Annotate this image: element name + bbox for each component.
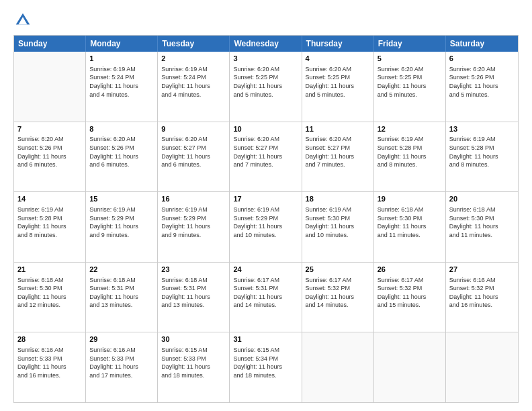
calendar-cell: 30Sunrise: 6:15 AMSunset: 5:33 PMDayligh… <box>158 332 230 402</box>
day-number: 13 <box>449 124 515 134</box>
day-number: 3 <box>233 54 298 64</box>
cell-info: Sunrise: 6:15 AMSunset: 5:34 PMDaylight:… <box>233 346 298 379</box>
cell-info: Sunrise: 6:16 AMSunset: 5:33 PMDaylight:… <box>17 346 82 379</box>
header-day-monday: Monday <box>86 36 158 52</box>
header-day-friday: Friday <box>374 36 446 52</box>
calendar-cell: 23Sunrise: 6:18 AMSunset: 5:31 PMDayligh… <box>158 263 230 332</box>
header <box>13 11 519 30</box>
calendar-cell: 1Sunrise: 6:19 AMSunset: 5:24 PMDaylight… <box>86 52 158 122</box>
day-number: 26 <box>378 265 442 275</box>
day-number: 16 <box>161 194 226 204</box>
cell-info: Sunrise: 6:19 AMSunset: 5:28 PMDaylight:… <box>378 135 442 169</box>
calendar-cell: 22Sunrise: 6:18 AMSunset: 5:31 PMDayligh… <box>86 263 158 332</box>
calendar-cell: 16Sunrise: 6:19 AMSunset: 5:29 PMDayligh… <box>158 192 230 262</box>
calendar-cell: 26Sunrise: 6:17 AMSunset: 5:32 PMDayligh… <box>374 263 446 332</box>
cell-info: Sunrise: 6:19 AMSunset: 5:29 PMDaylight:… <box>233 205 298 239</box>
cell-info: Sunrise: 6:19 AMSunset: 5:29 PMDaylight:… <box>161 205 226 239</box>
cell-info: Sunrise: 6:20 AMSunset: 5:25 PMDaylight:… <box>233 65 298 99</box>
cell-info: Sunrise: 6:20 AMSunset: 5:27 PMDaylight:… <box>306 135 370 169</box>
calendar-cell: 10Sunrise: 6:20 AMSunset: 5:27 PMDayligh… <box>230 122 302 192</box>
cell-info: Sunrise: 6:20 AMSunset: 5:27 PMDaylight:… <box>161 135 226 169</box>
calendar-cell: 6Sunrise: 6:20 AMSunset: 5:26 PMDaylight… <box>446 52 518 122</box>
day-number: 1 <box>89 54 154 64</box>
calendar-cell: 3Sunrise: 6:20 AMSunset: 5:25 PMDaylight… <box>230 52 302 122</box>
header-day-sunday: Sunday <box>14 36 86 52</box>
calendar-cell: 2Sunrise: 6:19 AMSunset: 5:24 PMDaylight… <box>158 52 230 122</box>
day-number: 10 <box>233 124 298 134</box>
cell-info: Sunrise: 6:16 AMSunset: 5:33 PMDaylight:… <box>89 346 154 379</box>
calendar-cell: 15Sunrise: 6:19 AMSunset: 5:29 PMDayligh… <box>86 192 158 262</box>
day-number: 11 <box>306 124 370 134</box>
calendar-row: 21Sunrise: 6:18 AMSunset: 5:30 PMDayligh… <box>14 263 518 333</box>
day-number: 27 <box>449 265 515 275</box>
calendar-row: 1Sunrise: 6:19 AMSunset: 5:24 PMDaylight… <box>14 52 518 122</box>
calendar-cell: 4Sunrise: 6:20 AMSunset: 5:25 PMDaylight… <box>302 52 374 122</box>
day-number: 8 <box>89 124 154 134</box>
header-day-thursday: Thursday <box>302 36 374 52</box>
day-number: 2 <box>161 54 226 64</box>
logo-icon <box>13 11 32 30</box>
cell-info: Sunrise: 6:20 AMSunset: 5:25 PMDaylight:… <box>306 65 370 99</box>
calendar-cell: 5Sunrise: 6:20 AMSunset: 5:25 PMDaylight… <box>374 52 446 122</box>
cell-info: Sunrise: 6:19 AMSunset: 5:28 PMDaylight:… <box>17 205 82 239</box>
calendar-cell: 31Sunrise: 6:15 AMSunset: 5:34 PMDayligh… <box>230 332 302 402</box>
cell-info: Sunrise: 6:20 AMSunset: 5:26 PMDaylight:… <box>17 135 82 169</box>
cell-info: Sunrise: 6:19 AMSunset: 5:29 PMDaylight:… <box>89 205 154 239</box>
day-number: 17 <box>233 194 298 204</box>
day-number: 18 <box>306 194 370 204</box>
calendar-cell: 12Sunrise: 6:19 AMSunset: 5:28 PMDayligh… <box>374 122 446 192</box>
day-number: 19 <box>378 194 442 204</box>
page: SundayMondayTuesdayWednesdayThursdayFrid… <box>0 0 532 411</box>
calendar-cell: 29Sunrise: 6:16 AMSunset: 5:33 PMDayligh… <box>86 332 158 402</box>
calendar-cell <box>446 332 518 402</box>
cell-info: Sunrise: 6:18 AMSunset: 5:30 PMDaylight:… <box>449 205 515 239</box>
cell-info: Sunrise: 6:20 AMSunset: 5:27 PMDaylight:… <box>233 135 298 169</box>
cell-info: Sunrise: 6:18 AMSunset: 5:30 PMDaylight:… <box>17 276 82 310</box>
header-day-saturday: Saturday <box>446 36 518 52</box>
day-number: 6 <box>449 54 515 64</box>
day-number: 7 <box>17 124 82 134</box>
cell-info: Sunrise: 6:19 AMSunset: 5:24 PMDaylight:… <box>161 65 226 99</box>
cell-info: Sunrise: 6:17 AMSunset: 5:32 PMDaylight:… <box>306 276 370 310</box>
calendar-cell: 19Sunrise: 6:18 AMSunset: 5:30 PMDayligh… <box>374 192 446 262</box>
cell-info: Sunrise: 6:18 AMSunset: 5:31 PMDaylight:… <box>89 276 154 310</box>
cell-info: Sunrise: 6:18 AMSunset: 5:30 PMDaylight:… <box>378 205 442 239</box>
calendar-cell: 13Sunrise: 6:19 AMSunset: 5:28 PMDayligh… <box>446 122 518 192</box>
calendar-cell: 7Sunrise: 6:20 AMSunset: 5:26 PMDaylight… <box>14 122 86 192</box>
cell-info: Sunrise: 6:17 AMSunset: 5:32 PMDaylight:… <box>378 276 442 310</box>
calendar: SundayMondayTuesdayWednesdayThursdayFrid… <box>13 35 519 403</box>
day-number: 29 <box>89 334 154 345</box>
day-number: 23 <box>161 265 226 275</box>
header-day-wednesday: Wednesday <box>230 36 302 52</box>
cell-info: Sunrise: 6:19 AMSunset: 5:24 PMDaylight:… <box>89 65 154 99</box>
calendar-cell: 8Sunrise: 6:20 AMSunset: 5:26 PMDaylight… <box>86 122 158 192</box>
day-number: 30 <box>161 334 226 345</box>
calendar-cell: 20Sunrise: 6:18 AMSunset: 5:30 PMDayligh… <box>446 192 518 262</box>
calendar-header: SundayMondayTuesdayWednesdayThursdayFrid… <box>14 36 518 52</box>
calendar-cell <box>374 332 446 402</box>
cell-info: Sunrise: 6:20 AMSunset: 5:26 PMDaylight:… <box>449 65 515 99</box>
calendar-cell <box>14 52 86 122</box>
day-number: 5 <box>378 54 442 64</box>
cell-info: Sunrise: 6:16 AMSunset: 5:32 PMDaylight:… <box>449 276 515 310</box>
day-number: 9 <box>161 124 226 134</box>
logo <box>13 11 34 30</box>
day-number: 15 <box>89 194 154 204</box>
day-number: 12 <box>378 124 442 134</box>
calendar-cell: 9Sunrise: 6:20 AMSunset: 5:27 PMDaylight… <box>158 122 230 192</box>
calendar-body: 1Sunrise: 6:19 AMSunset: 5:24 PMDaylight… <box>14 52 518 402</box>
calendar-row: 28Sunrise: 6:16 AMSunset: 5:33 PMDayligh… <box>14 332 518 402</box>
day-number: 20 <box>449 194 515 204</box>
calendar-cell: 21Sunrise: 6:18 AMSunset: 5:30 PMDayligh… <box>14 263 86 332</box>
cell-info: Sunrise: 6:19 AMSunset: 5:28 PMDaylight:… <box>449 135 515 169</box>
day-number: 14 <box>17 194 82 204</box>
day-number: 25 <box>306 265 370 275</box>
day-number: 4 <box>306 54 370 64</box>
cell-info: Sunrise: 6:17 AMSunset: 5:31 PMDaylight:… <box>233 276 298 310</box>
calendar-cell: 25Sunrise: 6:17 AMSunset: 5:32 PMDayligh… <box>302 263 374 332</box>
cell-info: Sunrise: 6:15 AMSunset: 5:33 PMDaylight:… <box>161 346 226 379</box>
header-day-tuesday: Tuesday <box>158 36 230 52</box>
calendar-row: 14Sunrise: 6:19 AMSunset: 5:28 PMDayligh… <box>14 192 518 263</box>
calendar-cell: 17Sunrise: 6:19 AMSunset: 5:29 PMDayligh… <box>230 192 302 262</box>
calendar-cell: 28Sunrise: 6:16 AMSunset: 5:33 PMDayligh… <box>14 332 86 402</box>
